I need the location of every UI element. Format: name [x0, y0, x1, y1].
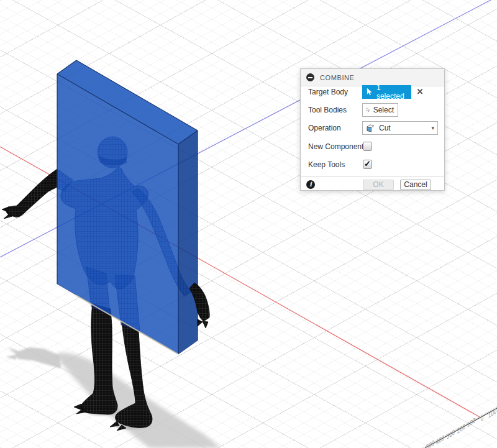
ruler-label: 100: [488, 407, 496, 420]
right-leg: [110, 321, 152, 431]
ruler-label: 400: [435, 434, 444, 447]
tool-bodies-value: Select: [373, 106, 394, 114]
ok-button[interactable]: OK: [363, 180, 394, 190]
left-arm: [2, 169, 57, 219]
caret-down-icon: ▾: [431, 126, 434, 131]
3d-scene[interactable]: 100 0 100 200 300 400 500: [0, 0, 497, 448]
cursor-icon: [367, 106, 370, 114]
cursor-icon: [367, 88, 373, 96]
target-body-label: Target Body: [308, 88, 365, 97]
checkmark: ✓: [363, 160, 372, 168]
combine-dialog: COMBINE Target Body 1 selected ✕ Tool Bo…: [300, 68, 445, 191]
operation-label: Operation: [308, 124, 365, 133]
new-component-label: New Component: [308, 142, 365, 152]
box-right-face: [178, 130, 198, 354]
keep-tools-checkbox[interactable]: ✓: [363, 160, 372, 169]
new-component-checkbox[interactable]: [363, 142, 372, 151]
tool-bodies-select-button[interactable]: Select: [362, 103, 398, 117]
operation-dropdown[interactable]: Cut ▾: [362, 121, 438, 135]
collapse-icon[interactable]: [306, 73, 314, 81]
target-box[interactable]: [57, 60, 198, 354]
footer-divider: [301, 176, 444, 177]
tool-bodies-label: Tool Bodies: [308, 106, 365, 115]
ruler-label: 300: [446, 428, 455, 441]
keep-tools-label: Keep Tools: [308, 160, 365, 170]
ruler-label: 200: [457, 423, 465, 436]
ruler-label: 0: [480, 413, 483, 423]
cut-operation-icon: [366, 124, 375, 133]
target-body-value: 1 selected: [376, 83, 407, 101]
ruler-label: 100: [467, 416, 475, 429]
info-icon[interactable]: i: [306, 180, 315, 189]
operation-value: Cut: [379, 124, 391, 132]
viewport[interactable]: 100 0 100 200 300 400 500 COMBINE Target…: [0, 0, 497, 448]
dialog-header[interactable]: COMBINE: [301, 69, 444, 86]
ruler-label: 500: [426, 439, 434, 448]
target-body-selection[interactable]: 1 selected: [362, 85, 411, 99]
clear-selection-icon[interactable]: ✕: [415, 87, 425, 97]
dialog-title: COMBINE: [320, 74, 355, 81]
ground-ruler: 100 0 100 200 300 400 500: [425, 407, 497, 448]
cancel-button[interactable]: Cancel: [400, 180, 431, 190]
